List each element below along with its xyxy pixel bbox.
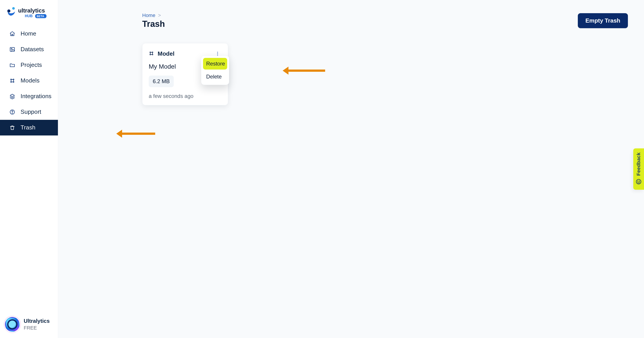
breadcrumb: Home >: [142, 12, 165, 18]
card-menu: Restore Delete: [201, 56, 229, 85]
logo-brand: ultralytics: [18, 8, 45, 14]
breadcrumb-home[interactable]: Home: [142, 12, 156, 18]
menu-item-restore[interactable]: Restore: [203, 58, 227, 70]
breadcrumb-sep: >: [158, 12, 161, 18]
svg-point-20: [639, 181, 640, 181]
sidebar-item-models[interactable]: Models: [0, 73, 58, 88]
svg-point-10: [12, 113, 12, 113]
sidebar-item-label: Models: [20, 77, 40, 84]
sidebar-item-trash[interactable]: Trash: [0, 120, 58, 136]
sidebar-item-label: Projects: [20, 62, 42, 68]
feedback-label: Feedback: [636, 152, 642, 176]
trash-icon: [9, 124, 16, 131]
logo-sub: HUB: [25, 14, 33, 18]
account-footer[interactable]: Ultralytics FREE: [0, 313, 58, 338]
page-title: Trash: [142, 19, 165, 29]
sidebar-item-label: Trash: [20, 124, 36, 131]
sidebar-item-datasets[interactable]: Datasets: [0, 42, 58, 57]
card-size-chip: 6.2 MB: [149, 76, 174, 87]
account-name: Ultralytics: [24, 318, 50, 324]
sidebar-item-support[interactable]: Support: [0, 104, 58, 120]
avatar: [5, 317, 20, 332]
card-type: Model: [149, 50, 174, 57]
trash-cards: Model My Model 6.2 MB a few seconds ago …: [142, 43, 628, 105]
svg-point-4: [11, 48, 12, 49]
svg-point-0: [8, 10, 10, 12]
home-icon: [9, 30, 16, 37]
header-left: Home > Trash: [142, 12, 165, 29]
svg-point-15: [217, 52, 218, 53]
logo[interactable]: ultralytics HUB BETA: [0, 0, 58, 24]
logo-badge: BETA: [37, 15, 44, 18]
sidebar-item-integrations[interactable]: Integrations: [0, 88, 58, 104]
empty-trash-button[interactable]: Empty Trash: [578, 13, 628, 28]
menu-item-delete[interactable]: Delete: [203, 71, 227, 82]
account-meta: Ultralytics FREE: [24, 318, 50, 331]
image-icon: [9, 46, 16, 53]
svg-point-16: [217, 53, 218, 54]
feedback-tab[interactable]: Feedback: [633, 148, 644, 190]
logo-svg: ultralytics HUB BETA: [6, 6, 52, 19]
svg-rect-3: [10, 48, 14, 51]
smiley-icon: [636, 178, 642, 185]
card-since: a few seconds ago: [149, 93, 222, 99]
help-icon: [9, 109, 16, 115]
sidebar-item-label: Home: [20, 30, 36, 37]
sidebar-item-label: Support: [20, 108, 41, 115]
sidebar: ultralytics HUB BETA Home Dat: [0, 0, 58, 338]
svg-point-19: [638, 181, 638, 181]
svg-point-1: [12, 7, 15, 10]
account-plan: FREE: [24, 325, 50, 331]
svg-point-18: [636, 179, 641, 184]
sidebar-nav: Home Datasets Projects Models: [0, 24, 58, 136]
sidebar-item-label: Integrations: [20, 93, 52, 100]
models-icon: [9, 77, 16, 84]
layers-icon: [9, 93, 16, 100]
annotation-arrow-trash: [116, 130, 155, 138]
folder-icon: [9, 62, 16, 68]
main: Home > Trash Empty Trash Model: [58, 0, 644, 338]
sidebar-item-label: Datasets: [20, 46, 44, 53]
models-icon: [149, 51, 154, 56]
sidebar-item-home[interactable]: Home: [0, 26, 58, 42]
sidebar-item-projects[interactable]: Projects: [0, 57, 58, 73]
card-type-label: Model: [158, 50, 174, 57]
trash-card: Model My Model 6.2 MB a few seconds ago …: [142, 43, 228, 105]
